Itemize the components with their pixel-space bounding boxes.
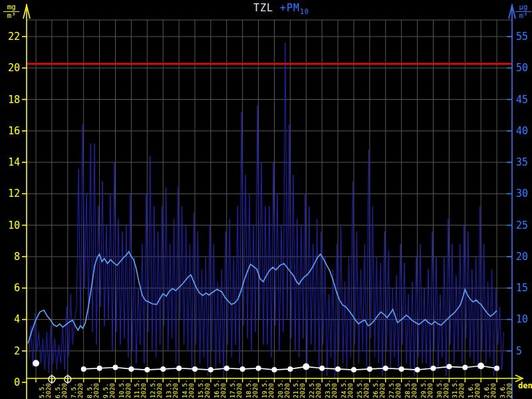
tzl-daily-dot [192, 366, 198, 372]
x-axis-year-label: 2020 [61, 383, 68, 398]
left-axis-tick-label: 4 [14, 313, 20, 325]
x-axis-year-label: 2020 [362, 383, 370, 398]
left-axis-tick-label: 20 [8, 62, 20, 74]
x-axis-year-label: 2020 [172, 383, 179, 398]
tzl-daily-dot [367, 366, 372, 372]
chart-canvas: 0246810121416182022510152025303540455055… [0, 0, 532, 399]
title-pm-prefix: +PM [280, 2, 300, 14]
tzl-daily-dot [208, 367, 213, 372]
right-axis-tick-label: 25 [516, 219, 528, 231]
x-axis-label: den [518, 382, 532, 390]
right-axis-tick-label: 5 [516, 345, 522, 357]
tzl-daily-dot [477, 362, 484, 369]
left-axis-tick-label: 10 [8, 219, 20, 231]
pm10-hourly-line [29, 43, 504, 380]
tzl-daily-dot [256, 366, 261, 371]
x-axis-year-label: 2020 [505, 383, 513, 398]
right-axis-tick-label: 10 [516, 313, 528, 325]
tzl-daily-dot [128, 366, 134, 372]
tzl-daily-dot [462, 365, 467, 370]
right-axis-tick-label: 30 [516, 188, 528, 200]
right-axis-tick-label: 35 [516, 156, 528, 168]
right-axis-tick-label: 55 [516, 31, 528, 43]
tzl-daily-dot [176, 366, 182, 371]
left-axis-tick-label: 14 [8, 156, 20, 168]
x-axis-year-label: 2020 [473, 383, 481, 398]
tzl-daily-dot [446, 364, 452, 369]
x-axis-year-label: 2020 [378, 383, 386, 398]
x-axis-year-label: 2020 [299, 383, 306, 398]
left-axis-tick-label: 8 [14, 251, 20, 263]
left-axis-tick-label: 18 [8, 94, 20, 106]
x-axis-year-label: 2020 [442, 383, 450, 398]
x-axis-year-label: 2020 [108, 383, 116, 398]
x-axis-year-label: 2020 [489, 383, 497, 398]
x-axis-year-label: 2020 [283, 383, 291, 398]
x-axis-year-label: 2020 [426, 383, 434, 398]
x-axis-year-label: 2020 [267, 383, 275, 398]
right-unit-numerator: µg [515, 3, 531, 11]
tzl-daily-dot [240, 366, 245, 372]
tzl-daily-dot [272, 367, 277, 372]
left-axis-tick-label: 12 [8, 188, 20, 200]
tzl-daily-dot [319, 366, 325, 371]
x-axis-year-label: 2020 [219, 383, 227, 398]
x-axis-year-label: 2020 [394, 383, 402, 398]
tzl-daily-dot [160, 366, 166, 372]
title-series-tzl: TZL [253, 3, 273, 15]
tzl-daily-dot [97, 366, 102, 371]
x-axis-year-label: 2020 [156, 383, 163, 398]
x-axis-year-label: 2020 [251, 383, 259, 398]
right-axis-tick-label: 15 [516, 282, 528, 294]
right-axis-tick-label: 20 [516, 251, 528, 263]
tzl-daily-dot [81, 366, 86, 372]
x-axis-year-label: 2020 [315, 383, 322, 398]
tzl-daily-dot [224, 366, 229, 371]
x-axis-year-label: 2020 [92, 383, 100, 398]
tzl-daily-dot [431, 366, 436, 371]
x-axis-year-label: 2020 [410, 383, 418, 398]
left-axis-tick-label: 16 [8, 125, 20, 137]
tzl-daily-dot [383, 366, 388, 371]
tzl-daily-dot [287, 366, 293, 372]
right-axis-unit: µg m³ [515, 3, 531, 19]
tzl-daily-dot [144, 367, 150, 372]
tzl-daily-dot [335, 366, 340, 372]
tzl-daily-dot [33, 360, 39, 366]
left-axis-tick-label: 2 [14, 345, 20, 357]
x-axis-year-label: 2020 [45, 383, 52, 398]
x-axis-year-label: 2020 [235, 383, 243, 398]
chart-title: TZL +PM10 [0, 3, 532, 15]
right-axis-tick-label: 45 [516, 94, 528, 106]
x-axis-year-label: 2020 [188, 383, 195, 398]
tzl-daily-dot [303, 363, 309, 370]
x-axis-year-label: 2020 [346, 383, 354, 398]
right-axis-tick-label: 50 [516, 62, 528, 74]
x-axis-year-label: 2020 [203, 383, 211, 398]
left-axis-tick-label: 0 [14, 376, 20, 388]
x-axis-year-label: 2020 [331, 383, 338, 398]
x-axis-year-label: 2020 [76, 383, 84, 398]
tzl-daily-dot [415, 367, 420, 372]
x-axis-year-label: 2020 [124, 383, 132, 398]
x-axis-year-label: 2020 [458, 383, 465, 398]
left-axis-tick-label: 22 [8, 31, 20, 43]
right-axis-tick-label: 40 [516, 125, 528, 137]
title-pm-subscript: 10 [300, 8, 309, 15]
tzl-daily-dot [399, 366, 404, 372]
tzl-daily-dot [494, 366, 499, 371]
tzl-daily-dot [113, 365, 118, 370]
left-axis-tick-label: 6 [14, 282, 20, 294]
right-unit-denominator: m³ [515, 11, 531, 19]
tzl-daily-dot [351, 367, 356, 372]
chart-window: 0246810121416182022510152025303540455055… [0, 0, 532, 399]
title-series-pm10: +PM10 [280, 3, 309, 15]
x-axis-year-label: 2020 [140, 383, 147, 398]
